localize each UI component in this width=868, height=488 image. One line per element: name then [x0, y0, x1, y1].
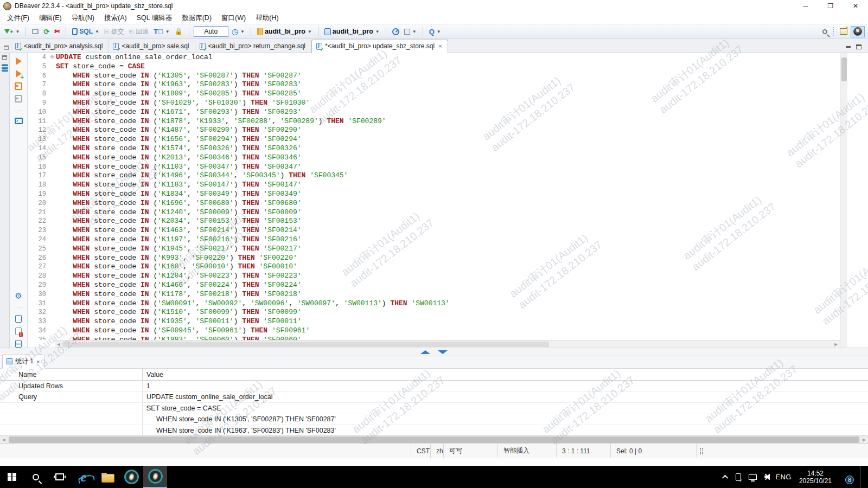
- open-perspective-button[interactable]: [838, 27, 849, 36]
- sql-code-editor[interactable]: 4⊖UPDATE custom_online_sale_order_local5…: [28, 53, 840, 340]
- sql-editor-button[interactable]: SQL▼: [71, 27, 101, 36]
- menu-item-6[interactable]: 窗口(W): [216, 12, 251, 24]
- network-icon[interactable]: [749, 474, 757, 480]
- language-indicator[interactable]: ENG: [775, 473, 792, 481]
- transaction-log-button[interactable]: ◷▼: [230, 26, 246, 37]
- export-file-icon[interactable]: [15, 315, 22, 323]
- commit-icon: ⎘: [104, 28, 110, 35]
- menu-item-0[interactable]: 文件(F): [2, 12, 34, 24]
- editor-tab-2[interactable]: <audit_bi_pro> return_change.sql: [195, 40, 311, 53]
- transaction-mode-button[interactable]: T⃮▼: [152, 27, 171, 37]
- table-row[interactable]: SET store_code = CASE: [0, 403, 868, 414]
- fold-marker[interactable]: ⊖: [48, 53, 56, 62]
- editor-results-sash[interactable]: [0, 348, 868, 356]
- schema-selector[interactable]: audit_bi_pro▼: [323, 27, 381, 36]
- column-header-value[interactable]: Value: [143, 369, 868, 380]
- show-desktop-button[interactable]: [860, 466, 863, 488]
- table-row[interactable]: Updated Rows1: [0, 381, 868, 392]
- connect-button[interactable]: [30, 28, 40, 35]
- internet-explorer-button[interactable]: e: [72, 466, 95, 488]
- task-view-button[interactable]: [48, 466, 72, 488]
- menu-item-4[interactable]: SQL 编辑器: [132, 12, 177, 24]
- editor-tab-3[interactable]: *<audit_bi_pro> update_sbz_store.sql×: [311, 40, 448, 53]
- tab-label: <audit_bi_pro> analysis.sql: [24, 42, 103, 50]
- editor-tab-0[interactable]: <audit_bi_pro> analysis.sql: [11, 40, 108, 53]
- database-selector[interactable]: audit_bi_pro▼: [256, 27, 314, 36]
- close-button[interactable]: ✕: [843, 0, 868, 12]
- reconnect-button[interactable]: ⟳: [42, 27, 51, 37]
- cell-value[interactable]: WHEN store_code IN ('K1963', 'SF00283') …: [143, 425, 868, 435]
- script-file-icon[interactable]: [15, 340, 22, 348]
- search-button[interactable]: Q▼: [427, 27, 443, 37]
- cell-name[interactable]: Updated Rows: [0, 381, 143, 391]
- menu-item-1[interactable]: 编辑(E): [34, 12, 67, 24]
- cell-value[interactable]: 1: [143, 381, 868, 391]
- sql-file-icon: [113, 43, 119, 50]
- table-row[interactable]: WHEN store_code IN ('K1963', 'SF00283') …: [0, 425, 868, 435]
- editor-vertical-scrollbar[interactable]: [840, 53, 847, 348]
- vscroll-thumb[interactable]: [841, 57, 847, 81]
- sash-up-icon[interactable]: [420, 350, 430, 354]
- results-hscroll-thumb[interactable]: [9, 436, 859, 443]
- fold-marker: [48, 72, 56, 81]
- settings-gear-icon[interactable]: ⚙: [15, 292, 22, 300]
- cell-name[interactable]: [0, 425, 143, 435]
- restore-panel-icon[interactable]: [2, 55, 7, 60]
- editor-horizontal-scrollbar[interactable]: ◄►: [55, 340, 840, 348]
- code-line: 24 WHEN store_code IN ('K1197', 'SF00216…: [28, 235, 840, 245]
- dbeaver-perspective-button[interactable]: [851, 26, 865, 37]
- menu-item-5[interactable]: 数据库(D): [177, 12, 216, 24]
- validate-file-icon[interactable]: [15, 328, 22, 335]
- database-navigator-icon[interactable]: [2, 64, 8, 72]
- sash-down-icon[interactable]: [438, 350, 448, 354]
- menu-item-3[interactable]: 搜索(A): [99, 12, 132, 24]
- dashboard-button[interactable]: [391, 27, 401, 36]
- cell-name[interactable]: Query: [0, 392, 143, 403]
- taskbar-search-button[interactable]: [24, 466, 48, 488]
- action-center-button[interactable]: 8: [839, 472, 850, 481]
- execute-statement-icon[interactable]: [16, 57, 22, 65]
- cell-name[interactable]: [0, 414, 143, 425]
- commit-button[interactable]: ⎘提交: [103, 26, 126, 37]
- cell-value[interactable]: SET store_code = CASE: [143, 403, 868, 414]
- column-header-name[interactable]: Name: [0, 369, 143, 380]
- editor-tab-1[interactable]: <audit_bi_pro> sale.sql: [108, 40, 195, 53]
- cell-value[interactable]: WHEN store_code IN ('K1305', 'SF00287') …: [143, 414, 868, 425]
- new-connection-button[interactable]: +▼: [3, 27, 21, 36]
- clock-icon: ◷: [232, 27, 238, 36]
- code-line: 30 WHEN store_code IN ('K1178', 'SF00218…: [28, 290, 840, 299]
- editor-area-menu[interactable]: [1, 46, 11, 53]
- taskbar-clock[interactable]: 14:522025/10/21: [799, 470, 832, 485]
- execute-new-tab-icon[interactable]: [16, 70, 22, 78]
- volume-button[interactable]: [764, 474, 768, 480]
- table-row[interactable]: QueryUPDATE custom_online_sale_order_loc…: [0, 392, 868, 403]
- minimize-editor-icon[interactable]: [846, 46, 851, 48]
- start-button[interactable]: [0, 466, 24, 488]
- menu-item-7[interactable]: 帮助(H): [251, 12, 283, 24]
- commit-mode-combo[interactable]: Auto: [194, 26, 228, 37]
- close-tab-icon[interactable]: ×: [36, 358, 40, 365]
- output-button[interactable]: ▼: [403, 28, 418, 36]
- usb-device-icon[interactable]: [736, 473, 741, 481]
- cell-name[interactable]: [0, 403, 143, 414]
- file-explorer-button[interactable]: [95, 466, 119, 488]
- close-tab-icon[interactable]: ×: [438, 43, 442, 49]
- menu-item-2[interactable]: 导航(N): [67, 12, 99, 24]
- hscroll-thumb[interactable]: [62, 342, 549, 347]
- explain-plan-icon[interactable]: [15, 95, 22, 102]
- rollback-button[interactable]: ⎗回滚: [127, 26, 151, 37]
- sql-console-icon[interactable]: >_: [15, 118, 23, 124]
- table-row[interactable]: WHEN store_code IN ('K1305', 'SF00287') …: [0, 414, 868, 426]
- maximize-editor-icon[interactable]: [856, 44, 861, 49]
- cell-value[interactable]: UPDATE custom_online_sale_order_local: [143, 392, 868, 403]
- dbeaver-taskbar-button[interactable]: [119, 466, 143, 488]
- restore-button[interactable]: ❐: [818, 0, 843, 12]
- statistics-tab[interactable]: 统计 1 ×: [2, 355, 45, 369]
- minimize-button[interactable]: ─: [793, 0, 818, 12]
- disconnect-button[interactable]: ✄: [53, 27, 61, 36]
- transaction-lock-button[interactable]: 🔒: [173, 27, 184, 36]
- dbeaver-taskbar-button-active[interactable]: [143, 466, 167, 488]
- execute-script-icon[interactable]: [15, 82, 22, 90]
- quick-access-search[interactable]: [821, 28, 829, 35]
- results-horizontal-scrollbar[interactable]: ◄►: [0, 435, 868, 444]
